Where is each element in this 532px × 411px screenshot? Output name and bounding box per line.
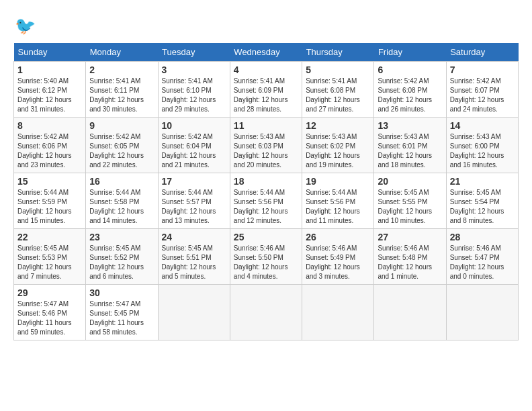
day-info: Sunrise: 5:47 AM Sunset: 5:46 PM Dayligh…: [17, 300, 82, 337]
day-info: Sunrise: 5:44 AM Sunset: 5:56 PM Dayligh…: [234, 188, 298, 226]
header: 🐦: [13, 13, 519, 38]
day-number: 11: [234, 120, 298, 131]
sunrise-text: Sunrise: 5:40 AM: [17, 77, 69, 85]
day-info: Sunrise: 5:43 AM Sunset: 6:03 PM Dayligh…: [234, 132, 298, 170]
sunset-text: Sunset: 6:06 PM: [17, 142, 67, 150]
sunset-text: Sunset: 5:52 PM: [89, 254, 139, 261]
sunrise-text: Sunrise: 5:41 AM: [234, 77, 285, 85]
calendar-cell: 23 Sunrise: 5:45 AM Sunset: 5:52 PM Dayl…: [86, 229, 158, 285]
daylight-text: Daylight: 12 hours and 13 minutes.: [162, 208, 216, 224]
calendar-cell: 5 Sunrise: 5:41 AM Sunset: 6:08 PM Dayli…: [302, 62, 374, 118]
day-info: Sunrise: 5:46 AM Sunset: 5:48 PM Dayligh…: [378, 244, 442, 281]
daylight-text: Daylight: 12 hours and 3 minutes.: [306, 263, 360, 280]
sunset-text: Sunset: 5:49 PM: [306, 254, 355, 261]
sunset-text: Sunset: 5:48 PM: [378, 254, 427, 261]
svg-text:🐦: 🐦: [15, 15, 36, 36]
calendar-cell: 8 Sunrise: 5:42 AM Sunset: 6:06 PM Dayli…: [14, 118, 86, 173]
sunrise-text: Sunrise: 5:44 AM: [17, 189, 69, 196]
calendar-cell: 17 Sunrise: 5:44 AM Sunset: 5:57 PM Dayl…: [158, 173, 230, 229]
day-number: 6: [378, 64, 442, 75]
column-header-monday: Monday: [86, 43, 158, 62]
daylight-text: Daylight: 12 hours and 8 minutes.: [450, 208, 504, 224]
day-number: 1: [17, 64, 82, 75]
sunrise-text: Sunrise: 5:44 AM: [162, 189, 213, 196]
calendar-cell: 21 Sunrise: 5:45 AM Sunset: 5:54 PM Dayl…: [446, 173, 518, 229]
calendar-cell: 28 Sunrise: 5:46 AM Sunset: 5:47 PM Dayl…: [446, 229, 518, 285]
calendar-cell: 2 Sunrise: 5:41 AM Sunset: 6:11 PM Dayli…: [86, 62, 158, 118]
sunset-text: Sunset: 6:00 PM: [450, 142, 500, 150]
daylight-text: Daylight: 12 hours and 27 minutes.: [306, 96, 360, 113]
daylight-text: Daylight: 12 hours and 26 minutes.: [378, 96, 432, 113]
day-info: Sunrise: 5:45 AM Sunset: 5:55 PM Dayligh…: [378, 188, 442, 226]
calendar-cell: 29 Sunrise: 5:47 AM Sunset: 5:46 PM Dayl…: [14, 285, 86, 340]
sunrise-text: Sunrise: 5:43 AM: [234, 133, 285, 140]
sunrise-text: Sunrise: 5:46 AM: [378, 244, 429, 252]
calendar-cell: [446, 285, 518, 340]
sunset-text: Sunset: 6:09 PM: [234, 87, 283, 94]
day-info: Sunrise: 5:43 AM Sunset: 6:02 PM Dayligh…: [306, 132, 370, 170]
sunrise-text: Sunrise: 5:46 AM: [450, 244, 501, 252]
column-header-tuesday: Tuesday: [158, 43, 230, 62]
calendar-cell: 12 Sunrise: 5:43 AM Sunset: 6:02 PM Dayl…: [302, 118, 374, 173]
sunset-text: Sunset: 5:59 PM: [17, 198, 67, 205]
daylight-text: Daylight: 12 hours and 21 minutes.: [162, 152, 216, 169]
sunset-text: Sunset: 5:57 PM: [162, 198, 212, 205]
calendar-cell: 7 Sunrise: 5:42 AM Sunset: 6:07 PM Dayli…: [446, 62, 518, 118]
day-info: Sunrise: 5:45 AM Sunset: 5:54 PM Dayligh…: [450, 188, 515, 226]
sunset-text: Sunset: 6:05 PM: [89, 142, 139, 150]
sunset-text: Sunset: 6:07 PM: [450, 87, 500, 94]
calendar-week-4: 22 Sunrise: 5:45 AM Sunset: 5:53 PM Dayl…: [14, 229, 519, 285]
day-number: 24: [162, 232, 226, 242]
day-info: Sunrise: 5:45 AM Sunset: 5:51 PM Dayligh…: [162, 244, 226, 281]
sunrise-text: Sunrise: 5:46 AM: [234, 244, 285, 252]
day-number: 17: [162, 176, 226, 187]
day-info: Sunrise: 5:44 AM Sunset: 5:57 PM Dayligh…: [162, 188, 226, 226]
day-number: 18: [234, 176, 298, 187]
sunset-text: Sunset: 6:03 PM: [234, 142, 283, 150]
day-number: 26: [306, 232, 370, 242]
calendar-cell: 10 Sunrise: 5:42 AM Sunset: 6:04 PM Dayl…: [158, 118, 230, 173]
daylight-text: Daylight: 12 hours and 0 minutes.: [450, 263, 504, 280]
daylight-text: Daylight: 12 hours and 1 minute.: [378, 263, 432, 280]
daylight-text: Daylight: 12 hours and 12 minutes.: [234, 208, 288, 224]
day-info: Sunrise: 5:41 AM Sunset: 6:09 PM Dayligh…: [234, 77, 298, 114]
calendar-cell: 27 Sunrise: 5:46 AM Sunset: 5:48 PM Dayl…: [374, 229, 446, 285]
day-number: 22: [17, 232, 82, 242]
day-info: Sunrise: 5:46 AM Sunset: 5:50 PM Dayligh…: [234, 244, 298, 281]
sunrise-text: Sunrise: 5:44 AM: [306, 189, 357, 196]
sunrise-text: Sunrise: 5:45 AM: [17, 244, 69, 252]
sunset-text: Sunset: 6:10 PM: [162, 87, 212, 94]
day-info: Sunrise: 5:45 AM Sunset: 5:52 PM Dayligh…: [89, 244, 154, 281]
sunset-text: Sunset: 6:12 PM: [17, 87, 67, 94]
sunset-text: Sunset: 5:55 PM: [378, 198, 427, 205]
column-header-friday: Friday: [374, 43, 446, 62]
day-number: 2: [89, 64, 154, 75]
sunset-text: Sunset: 5:56 PM: [234, 198, 283, 205]
calendar-week-2: 8 Sunrise: 5:42 AM Sunset: 6:06 PM Dayli…: [14, 118, 519, 173]
daylight-text: Daylight: 12 hours and 10 minutes.: [378, 208, 432, 224]
sunrise-text: Sunrise: 5:41 AM: [89, 77, 140, 85]
day-number: 29: [17, 287, 82, 298]
logo-icon: 🐦: [13, 13, 38, 38]
sunset-text: Sunset: 5:50 PM: [234, 254, 283, 261]
daylight-text: Daylight: 12 hours and 18 minutes.: [378, 152, 432, 169]
sunrise-text: Sunrise: 5:44 AM: [89, 189, 140, 196]
calendar-week-5: 29 Sunrise: 5:47 AM Sunset: 5:46 PM Dayl…: [14, 285, 519, 340]
calendar-cell: [374, 285, 446, 340]
daylight-text: Daylight: 12 hours and 19 minutes.: [306, 152, 360, 169]
sunrise-text: Sunrise: 5:43 AM: [450, 133, 501, 140]
sunrise-text: Sunrise: 5:41 AM: [162, 77, 213, 85]
day-info: Sunrise: 5:43 AM Sunset: 6:01 PM Dayligh…: [378, 132, 442, 170]
day-info: Sunrise: 5:42 AM Sunset: 6:08 PM Dayligh…: [378, 77, 442, 114]
daylight-text: Daylight: 12 hours and 24 minutes.: [450, 96, 504, 113]
day-info: Sunrise: 5:42 AM Sunset: 6:07 PM Dayligh…: [450, 77, 515, 114]
calendar-cell: 24 Sunrise: 5:45 AM Sunset: 5:51 PM Dayl…: [158, 229, 230, 285]
daylight-text: Daylight: 12 hours and 11 minutes.: [306, 208, 360, 224]
calendar-table: SundayMondayTuesdayWednesdayThursdayFrid…: [13, 43, 519, 340]
sunset-text: Sunset: 5:53 PM: [17, 254, 67, 261]
day-number: 5: [306, 64, 370, 75]
daylight-text: Daylight: 12 hours and 29 minutes.: [162, 96, 216, 113]
daylight-text: Daylight: 12 hours and 23 minutes.: [17, 152, 72, 169]
sunset-text: Sunset: 5:54 PM: [450, 198, 500, 205]
calendar-cell: 6 Sunrise: 5:42 AM Sunset: 6:08 PM Dayli…: [374, 62, 446, 118]
